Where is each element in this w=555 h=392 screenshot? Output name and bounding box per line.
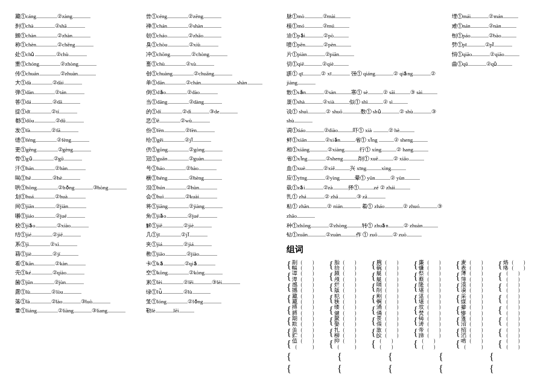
zuci-cell: {谭（潭（）） (287, 271, 329, 282)
pinyin-row: 给①gěi②jǐ (146, 136, 268, 145)
pinyin-row: 脉①mò②mài (287, 12, 443, 22)
pinyin-row: 喝①hē②hè (15, 174, 138, 183)
zuci-cell: {烂（版（）） (329, 282, 371, 294)
pinyin-row: 露①lù②lòu (15, 288, 138, 297)
zuci-cell: {坟（焚（）） (413, 305, 455, 316)
pinyin-row: 校①jiǎo②xiào (15, 221, 138, 231)
pinyin-row: 冠①guān②guàn (146, 154, 268, 164)
zuci-cell: {啃（ （）） (455, 338, 498, 350)
zuci-cell: {感（撼（）） (287, 282, 329, 294)
pinyin-row: 省①xǐng②sheng削① xuē② xiāo (287, 154, 443, 164)
zuci-cell: {招（滔（）） (455, 327, 498, 339)
pinyin-row: 更①gēng②gèng (15, 145, 138, 155)
pinyin-row: 鲜①xiān②xiǎn省① xǐng ② sheng (287, 136, 443, 145)
pinyin-row: 看①kān②kàn (15, 259, 138, 269)
zuci-cell: {敌（皎（）） (371, 327, 413, 339)
pinyin-row: 缝①féng②fèng (15, 136, 138, 145)
pinyin-row: 骨①gǔ②gū (15, 154, 138, 164)
pinyin-row: 勒lèlēi (146, 306, 268, 316)
zuci-cell: {搏（膊（）） (287, 305, 329, 316)
pinyin-row: 刹①chà②shā (15, 22, 138, 31)
pinyin-row: 的①dí②dì③de (146, 107, 268, 117)
pinyin-row: 划①huá②huà (15, 192, 138, 202)
pinyin-row: 供①gōng②gòng (146, 145, 268, 155)
zuci-cell: { （ （）） (498, 271, 540, 282)
pinyin-row: 藏①cáng②zàng (15, 12, 138, 22)
zuci-cell: {藏（藏（）） (287, 294, 329, 305)
zuci-cell: {掺（惨（）） (455, 305, 498, 316)
pinyin-row: 调①tiáo②diào吓① xià ② hè (287, 126, 443, 136)
pinyin-row: 厦①shà②xià似① shì② sì (287, 98, 443, 107)
zuci-cell: {频（颅（）） (329, 271, 371, 282)
zuci-cell: {蓬（沼（）） (455, 316, 498, 327)
pinyin-row: 都①dōu②dū (15, 116, 138, 126)
zuci-cell: {抑（ （）） (329, 338, 371, 350)
pinyin-row: 冲①chōng②chòng (146, 50, 268, 60)
pinyin-row: 载①zǎi②zà择①zé ② zhái (287, 183, 443, 193)
pinyin-row: 创①chuàng②chuāng (146, 69, 268, 79)
zuci-cell: { （ （）） (498, 338, 540, 350)
pinyin-row: 相①xiāng②xiàng行① xíng② hang (287, 145, 443, 155)
pinyin-row: 汗①hán②hàn (15, 164, 138, 174)
pinyin-row: 累①lèi②lěi③lèi (146, 278, 268, 288)
pinyin-row: 禅①chán②shàn (146, 22, 268, 31)
pinyin-row: 绿①lǜ②lù (146, 288, 268, 297)
pinyin-row: 切①qiē②qiè (287, 60, 443, 69)
pinyin-row: 空①kōng②kòng (146, 268, 268, 278)
pinyin-row: 迫①pǎi②pò (287, 31, 443, 41)
pinyin-row: 劈①pī②pǐ (452, 40, 540, 50)
pinyin-row: 说① shuì② shuō数① shǔ② shù③ shù (287, 107, 443, 127)
pinyin-row: 称①chèn②chēng (15, 40, 138, 50)
zuci-cell: { （ （）） (498, 316, 540, 327)
pinyin-row: 埋①mái②mán (452, 12, 540, 22)
pinyin-row: 种①zhōng②zhòng转① zhuǎn② zhuàn (287, 221, 443, 231)
pinyin-row: 嚼①jiáo②jué (15, 212, 138, 221)
zuci-cell: {麦（表（）） (455, 260, 498, 271)
zuci-cell: {犯（狭（）） (329, 294, 371, 305)
pinyin-row: 混①hún②hùn (146, 183, 268, 193)
pinyin-row: 角①jiǎo②jué (146, 212, 268, 221)
pinyin-row: 藉①jiè②jí (15, 250, 138, 259)
pinyin-row: 传①chuán②zhuàn (15, 69, 138, 79)
pinyin-row: 几①jī②jǐ (146, 230, 268, 240)
zuci-cell: { （ （）） (498, 282, 540, 294)
zuci-cell: {涌（俑（）） (371, 305, 413, 316)
pinyin-row: 结①jié②jiē (15, 230, 138, 240)
zuci-cell: {漠（谟（）） (455, 282, 498, 294)
pinyin-row: 曾①céng②zēng (146, 12, 268, 22)
pinyin-row: 横①héng②hèng (146, 174, 268, 183)
zuci-cell: {采（煤（）） (455, 294, 498, 305)
pinyin-row: 片①piàn②piān (287, 50, 443, 60)
pinyin-row: 解①jiě②jiè (146, 221, 268, 231)
zuci-cell: { （ （）） (413, 338, 455, 350)
zuci-cell: { （ （）） (498, 327, 540, 339)
pinyin-row: 落①là②lào③luò (15, 297, 138, 307)
pinyin-row: 喷①pēn②pèn (287, 40, 443, 50)
pinyin-row: 曲①qū②qǔ (452, 60, 540, 69)
pinyin-row: 单①dān②chánshàn (146, 78, 268, 88)
zuci-cell: {廉（镰（）） (413, 260, 455, 271)
zuci-cell: {腕（碗（）） (371, 260, 413, 271)
pinyin-row: 倒①dǎo②dào (146, 88, 268, 98)
pinyin-row: 笼①lóng②lǒng (146, 297, 268, 307)
zuci-cell: {哨（削（）） (371, 282, 413, 294)
pinyin-row: 粘① zhān② nián 着① zháo② zhuó③ zhāo (287, 202, 443, 221)
pinyin-row: 处①chǔ②chù (15, 50, 138, 60)
zuci-cell: {羡（贮（）） (287, 327, 329, 339)
pinyin-row: 份①fèn②fèn (146, 126, 268, 136)
pinyin-row: 难①nán②nàn (452, 22, 540, 31)
zuci-cell: { （ （）） (371, 338, 413, 350)
zuci-cell: {铸（涛（）） (413, 316, 455, 327)
zuci-cell: {缕（健（）） (329, 305, 371, 316)
pinyin-row: 发①fà②fā (15, 126, 138, 136)
pinyin-row: 朝①cháo②zhāo (146, 31, 268, 41)
zuci-cell: {聚（娶（）） (329, 316, 371, 327)
section-heading: 组词 (287, 242, 540, 258)
pinyin-row: 恶①ě②wù (146, 116, 268, 126)
pinyin-row: 系①jì②xì (15, 240, 138, 250)
pinyin-row: 重①chóng②zhòng (15, 60, 138, 69)
pinyin-row: 会①huì②kuài (146, 192, 268, 202)
pinyin-row: 颤①chàn②zhàn (15, 31, 138, 41)
pinyin-row: 悄①qiāo②qiāo (452, 50, 540, 60)
zuci-cell: {刚（锕（）） (371, 294, 413, 305)
